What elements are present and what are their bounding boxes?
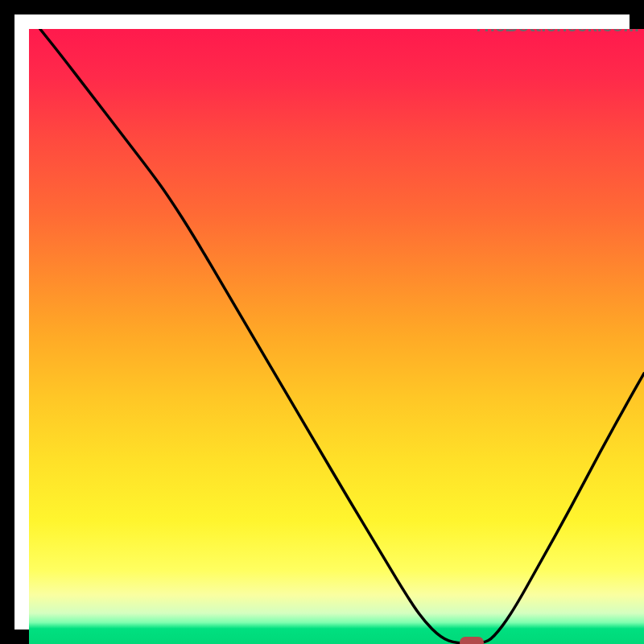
watermark-text: TheBottleneck.com — [473, 29, 639, 36]
plot-area: TheBottleneck.com — [29, 29, 644, 644]
optimal-marker — [460, 637, 484, 644]
chart-frame: TheBottleneck.com — [0, 0, 644, 644]
bottleneck-curve — [29, 29, 644, 644]
